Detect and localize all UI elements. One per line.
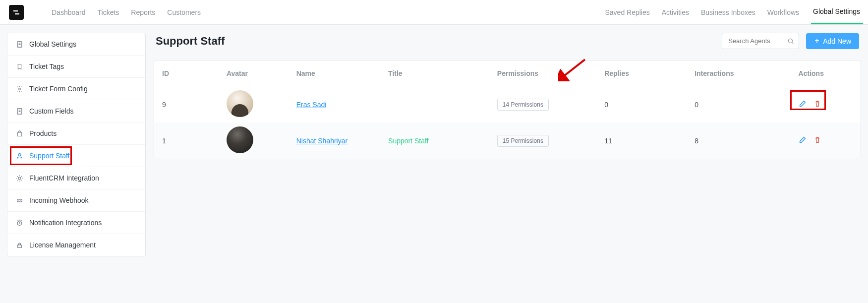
sidebar-item-incoming-webhook[interactable]: Incoming Webhook bbox=[7, 189, 145, 212]
plus-icon bbox=[814, 37, 820, 45]
sidebar-item-label: FluentCRM Integration bbox=[29, 174, 99, 182]
col-avatar: Avatar bbox=[221, 61, 290, 86]
cell-id: 1 bbox=[154, 122, 221, 159]
agent-title: Support Staff bbox=[388, 137, 428, 145]
edit-icon[interactable] bbox=[799, 136, 807, 145]
svg-point-12 bbox=[788, 39, 792, 43]
user-icon bbox=[15, 152, 23, 160]
search-input[interactable] bbox=[722, 33, 782, 49]
link-icon bbox=[15, 196, 23, 204]
nav-activities[interactable]: Activities bbox=[662, 0, 689, 24]
add-new-label: Add New bbox=[823, 37, 851, 45]
sidebar-item-ticket-form-config[interactable]: Ticket Form Config bbox=[7, 78, 145, 100]
sidebar-item-label: Products bbox=[29, 129, 57, 137]
cell-actions bbox=[793, 122, 861, 159]
staff-table-card: IDAvatarNameTitlePermissionsRepliesInter… bbox=[154, 60, 861, 159]
sidebar-item-label: Custom Fields bbox=[29, 107, 73, 115]
nav-tickets[interactable]: Tickets bbox=[98, 8, 119, 16]
lock-icon bbox=[15, 241, 23, 249]
cell-actions bbox=[793, 86, 861, 122]
page-title: Support Staff bbox=[156, 35, 225, 48]
sidebar-item-support-staff[interactable]: Support Staff bbox=[7, 145, 145, 167]
nav-dashboard[interactable]: Dashboard bbox=[52, 8, 86, 16]
svg-rect-11 bbox=[17, 244, 21, 247]
col-interactions: Interactions bbox=[689, 61, 792, 86]
svg-point-3 bbox=[18, 88, 20, 90]
add-new-button[interactable]: Add New bbox=[806, 33, 859, 49]
staff-table: IDAvatarNameTitlePermissionsRepliesInter… bbox=[154, 61, 861, 159]
col-title: Title bbox=[382, 61, 491, 86]
app-logo[interactable] bbox=[9, 5, 24, 20]
edit-icon[interactable] bbox=[799, 100, 807, 109]
cell-interactions: 8 bbox=[689, 122, 792, 159]
trash-icon[interactable] bbox=[813, 100, 821, 109]
table-row: 9 Eras Sadi 14 Permissions 0 0 bbox=[154, 86, 861, 122]
sidebar-item-products[interactable]: Products bbox=[7, 122, 145, 145]
gear-icon bbox=[15, 85, 23, 93]
sidebar-item-custom-fields[interactable]: Custom Fields bbox=[7, 100, 145, 122]
nav-global-settings[interactable]: Global Settings bbox=[811, 0, 863, 24]
sun-icon bbox=[15, 174, 23, 182]
svg-point-9 bbox=[18, 177, 21, 180]
doc-icon bbox=[15, 40, 23, 48]
doc-icon bbox=[15, 107, 23, 115]
search-agents[interactable] bbox=[722, 33, 799, 49]
col-actions: Actions bbox=[793, 61, 861, 86]
permissions-pill[interactable]: 14 Permissions bbox=[497, 99, 549, 111]
agent-name-link[interactable]: Nishat Shahriyar bbox=[296, 137, 348, 145]
nav-saved-replies[interactable]: Saved Replies bbox=[605, 0, 649, 24]
col-name: Name bbox=[290, 61, 382, 86]
sidebar-item-license-management[interactable]: License Management bbox=[7, 234, 145, 256]
cell-id: 9 bbox=[154, 86, 221, 122]
avatar bbox=[227, 126, 253, 153]
cell-avatar bbox=[221, 86, 290, 122]
cell-name: Nishat Shahriyar bbox=[290, 122, 382, 159]
trash-icon[interactable] bbox=[813, 136, 821, 145]
avatar bbox=[227, 90, 253, 117]
bag-icon bbox=[15, 129, 23, 137]
cell-replies: 11 bbox=[598, 122, 689, 159]
sidebar-item-notification-integrations[interactable]: Notification Integrations bbox=[7, 212, 145, 234]
svg-rect-7 bbox=[17, 132, 22, 136]
nav-business-inboxes[interactable]: Business Inboxes bbox=[701, 0, 755, 24]
sidebar-item-label: Support Staff bbox=[29, 152, 69, 160]
col-id: ID bbox=[154, 61, 221, 86]
cell-replies: 0 bbox=[598, 86, 689, 122]
sidebar-item-fluentcrm-integration[interactable]: FluentCRM Integration bbox=[7, 167, 145, 189]
topnav-right: Saved RepliesActivitiesBusiness InboxesW… bbox=[605, 0, 868, 24]
clock-icon bbox=[15, 219, 23, 227]
cell-interactions: 0 bbox=[689, 86, 792, 122]
agent-name-link[interactable]: Eras Sadi bbox=[296, 101, 327, 109]
sidebar-item-label: Ticket Tags bbox=[29, 62, 64, 70]
nav-customers[interactable]: Customers bbox=[167, 8, 201, 16]
cell-title: Support Staff bbox=[382, 122, 491, 159]
col-replies: Replies bbox=[598, 61, 689, 86]
cell-permissions: 15 Permissions bbox=[491, 122, 598, 159]
sidebar-item-label: Notification Integrations bbox=[29, 219, 102, 227]
sidebar-item-ticket-tags[interactable]: Ticket Tags bbox=[7, 56, 145, 78]
sidebar-item-label: License Management bbox=[29, 241, 96, 249]
sidebar-item-global-settings[interactable]: Global Settings bbox=[7, 33, 145, 56]
table-row: 1 Nishat Shahriyar Support Staff 15 Perm… bbox=[154, 122, 861, 159]
col-permissions: Permissions bbox=[491, 61, 598, 86]
cell-name: Eras Sadi bbox=[290, 86, 382, 122]
topbar: Dashboard Tickets Reports Customers Save… bbox=[0, 0, 868, 25]
settings-sidebar: Global SettingsTicket TagsTicket Form Co… bbox=[7, 33, 146, 256]
topnav-left: Dashboard Tickets Reports Customers bbox=[9, 5, 201, 20]
nav-workflows[interactable]: Workflows bbox=[767, 0, 799, 24]
search-icon[interactable] bbox=[782, 33, 799, 49]
cell-title bbox=[382, 86, 491, 122]
bookmark-icon bbox=[15, 62, 23, 70]
cell-avatar bbox=[221, 122, 290, 159]
sidebar-item-label: Ticket Form Config bbox=[29, 85, 88, 93]
svg-line-13 bbox=[792, 42, 793, 44]
cell-permissions: 14 Permissions bbox=[491, 86, 598, 122]
nav-reports[interactable]: Reports bbox=[131, 8, 155, 16]
sidebar-item-label: Global Settings bbox=[29, 40, 76, 48]
svg-point-8 bbox=[18, 153, 21, 156]
main-panel: Support Staff Add New bbox=[154, 33, 861, 159]
permissions-pill[interactable]: 15 Permissions bbox=[497, 135, 549, 147]
sidebar-item-label: Incoming Webhook bbox=[29, 196, 89, 204]
